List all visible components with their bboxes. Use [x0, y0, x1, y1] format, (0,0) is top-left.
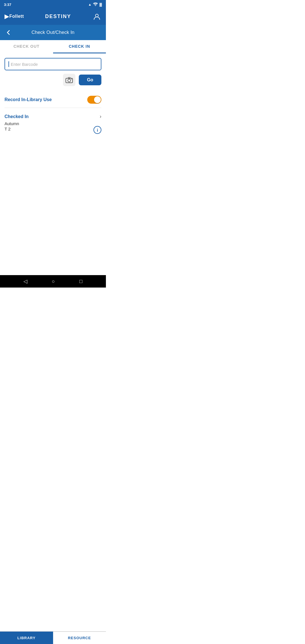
go-button[interactable]: Go — [79, 75, 101, 85]
signal-icon: ▲ — [88, 3, 91, 6]
android-nav-bar: ◁ ○ □ — [0, 275, 106, 288]
logo-text: Follett — [9, 14, 24, 19]
status-bar: 3:37 ▲ ▓ — [0, 0, 106, 9]
logo-container: ▶ Follett — [5, 13, 24, 20]
info-button[interactable]: i — [93, 126, 101, 134]
checked-in-title: Checked In — [5, 114, 29, 119]
svg-point-0 — [95, 14, 98, 17]
wifi-icon — [93, 3, 98, 7]
app-header: ▶ Follett DESTINY — [0, 9, 106, 25]
main-content: Go Record In-Library Use Checked In › Au… — [0, 53, 106, 140]
checked-in-detail-text: T 2 — [5, 127, 10, 131]
chevron-right-icon: › — [100, 114, 101, 119]
app-name: DESTINY — [45, 14, 71, 19]
back-button[interactable] — [5, 29, 12, 36]
logo-arrow-icon: ▶ — [5, 13, 9, 20]
checked-in-section: Checked In › Autumn T 2 i — [5, 112, 101, 135]
tab-checkout[interactable]: CHECK OUT — [0, 40, 53, 53]
tab-checkin[interactable]: CHECK IN — [53, 40, 106, 53]
status-icons: ▲ ▓ — [88, 3, 102, 7]
action-row: Go — [5, 74, 101, 86]
svg-point-4 — [71, 79, 72, 80]
checked-in-subtitle: Autumn — [5, 121, 101, 126]
profile-button[interactable] — [92, 12, 101, 21]
tabs-container: CHECK OUT CHECK IN — [0, 40, 106, 53]
app-logo: ▶ Follett — [5, 13, 24, 20]
barcode-cursor — [8, 61, 9, 67]
toggle-label: Record In-Library Use — [5, 97, 52, 102]
toggle-thumb — [94, 96, 101, 103]
android-home-button[interactable]: ○ — [52, 279, 55, 284]
android-back-button[interactable]: ◁ — [23, 278, 27, 284]
checked-in-detail: T 2 i — [5, 127, 101, 134]
battery-icon: ▓ — [99, 3, 102, 6]
toggle-switch[interactable] — [87, 96, 101, 104]
barcode-input-wrapper[interactable] — [5, 58, 101, 70]
svg-point-2 — [68, 79, 71, 82]
camera-button[interactable] — [63, 74, 75, 86]
toggle-row: Record In-Library Use — [5, 92, 101, 108]
page-header: Check Out/Check In — [0, 25, 106, 40]
page-title: Check Out/Check In — [16, 30, 90, 35]
barcode-input[interactable] — [11, 62, 97, 67]
status-time: 3:37 — [4, 3, 11, 7]
android-recent-button[interactable]: □ — [79, 279, 82, 284]
checked-in-header: Checked In › — [5, 114, 101, 119]
